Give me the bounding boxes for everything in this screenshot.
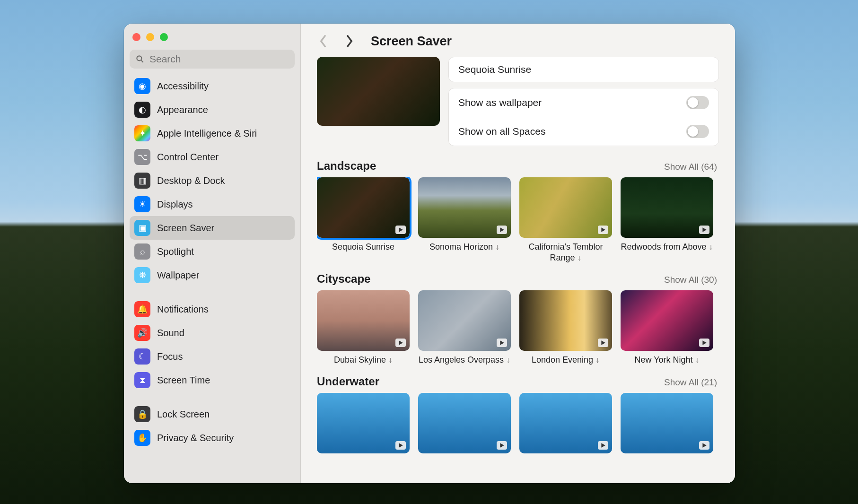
play-icon	[499, 227, 505, 233]
current-options-card: Show as wallpaper Show on all Spaces	[448, 88, 719, 146]
sidebar-item-sound[interactable]: 🔊Sound	[130, 321, 295, 345]
search-input[interactable]	[149, 53, 289, 65]
download-icon: ↓	[595, 355, 600, 365]
thumbnail-label: Redwoods from Above ↓	[621, 242, 713, 252]
screensaver-item[interactable]	[317, 393, 410, 453]
svg-marker-9	[601, 340, 605, 345]
page-title: Screen Saver	[371, 34, 452, 49]
sidebar-item-accessibility[interactable]: ◉Accessibility	[130, 74, 295, 98]
screen-time-icon: ⧗	[134, 372, 150, 388]
screensaver-item[interactable]	[621, 393, 713, 453]
screen-saver-icon: ▣	[134, 220, 150, 236]
svg-line-1	[141, 61, 143, 62]
current-preview[interactable]	[317, 57, 440, 126]
search-field[interactable]	[130, 50, 295, 69]
sidebar-item-label: Privacy & Security	[157, 433, 234, 443]
play-badge	[497, 441, 507, 450]
download-icon: ↓	[695, 355, 700, 365]
screensaver-item[interactable]: California's Temblor Range ↓	[519, 177, 612, 263]
sidebar-item-appearance[interactable]: ◐Appearance	[130, 98, 295, 122]
sidebar-item-screen-time[interactable]: ⧗Screen Time	[130, 368, 295, 392]
sidebar-item-wallpaper[interactable]: ❋Wallpaper	[130, 263, 295, 287]
sidebar-item-label: Desktop & Dock	[157, 175, 225, 186]
back-button[interactable]	[315, 33, 331, 49]
sidebar-item-apple-intelligence-siri[interactable]: ✦Apple Intelligence & Siri	[130, 122, 295, 145]
play-badge	[598, 226, 608, 234]
thumbnail-label: Los Angeles Overpass ↓	[418, 355, 511, 365]
forward-button[interactable]	[341, 33, 358, 49]
svg-marker-13	[500, 443, 504, 448]
screensaver-item[interactable]: Dubai Skyline ↓	[317, 290, 410, 365]
show-all-button[interactable]: Show All (30)	[664, 275, 717, 285]
screensaver-item[interactable]: Sequoia Sunrise	[317, 177, 410, 263]
section-landscape: LandscapeShow All (64)Sequoia SunriseSon…	[317, 159, 719, 263]
thumbnail-label: London Evening ↓	[519, 355, 612, 365]
play-icon	[398, 340, 403, 346]
sidebar-item-desktop-dock[interactable]: ▥Desktop & Dock	[130, 169, 295, 192]
thumbnail[interactable]	[621, 290, 713, 351]
thumbnail[interactable]	[418, 393, 511, 453]
spotlight-icon: ⌕	[134, 243, 150, 260]
thumbnail[interactable]	[519, 177, 612, 238]
sidebar-item-screen-saver[interactable]: ▣Screen Saver	[130, 216, 295, 240]
play-icon	[499, 443, 505, 448]
show-all-button[interactable]: Show All (21)	[664, 377, 717, 388]
sidebar-item-control-center[interactable]: ⌥Control Center	[130, 145, 295, 169]
thumbnail[interactable]	[519, 290, 612, 351]
thumbnail-label: Sequoia Sunrise	[317, 242, 410, 252]
sidebar-item-displays[interactable]: ☀Displays	[130, 192, 295, 216]
thumbnail[interactable]	[621, 393, 713, 453]
screensaver-item[interactable]: London Evening ↓	[519, 290, 612, 365]
section-cityscape: CityscapeShow All (30)Dubai Skyline ↓Los…	[317, 272, 719, 365]
screensaver-item[interactable]: Redwoods from Above ↓	[621, 177, 713, 263]
option-label: Show as wallpaper	[458, 97, 542, 108]
thumbnail-label: Dubai Skyline ↓	[317, 355, 410, 365]
sidebar-item-label: Screen Time	[157, 375, 210, 386]
content-scroll[interactable]: Sequoia Sunrise Show as wallpaper Show o…	[301, 57, 735, 483]
screensaver-item[interactable]: New York Night ↓	[621, 290, 713, 365]
thumbnail[interactable]	[418, 290, 511, 351]
sidebar-item-label: Notifications	[157, 304, 209, 315]
sidebar-item-lock-screen[interactable]: 🔒Lock Screen	[130, 402, 295, 426]
screensaver-item[interactable]	[418, 393, 511, 453]
play-badge	[497, 226, 507, 234]
minimize-button[interactable]	[146, 33, 154, 41]
screensaver-item[interactable]: Los Angeles Overpass ↓	[418, 290, 511, 365]
focus-icon: ☾	[134, 348, 150, 365]
thumbnail[interactable]	[317, 393, 410, 453]
thumbnail[interactable]	[621, 177, 713, 238]
toolbar: Screen Saver	[301, 24, 735, 57]
fullscreen-button[interactable]	[160, 33, 168, 41]
toggle-show-on-all-spaces[interactable]	[686, 125, 709, 138]
sidebar-item-focus[interactable]: ☾Focus	[130, 345, 295, 368]
show-all-button[interactable]: Show All (64)	[664, 162, 717, 172]
thumbnail[interactable]	[418, 177, 511, 238]
section-title: Cityscape	[317, 272, 370, 286]
sidebar-item-label: Control Center	[157, 152, 219, 163]
play-icon	[600, 443, 606, 448]
sidebar-item-privacy-security[interactable]: ✋Privacy & Security	[130, 426, 295, 450]
thumbnail[interactable]	[519, 393, 612, 453]
section-header: CityscapeShow All (30)	[317, 272, 719, 286]
system-settings-window: ◉Accessibility◐Appearance✦Apple Intellig…	[124, 24, 735, 483]
privacy-icon: ✋	[134, 430, 150, 446]
section-underwater: UnderwaterShow All (21)	[317, 375, 719, 453]
thumbnail[interactable]	[317, 290, 410, 351]
play-icon	[701, 227, 707, 233]
screensaver-item[interactable]	[519, 393, 612, 453]
thumbnail[interactable]	[317, 177, 410, 238]
sidebar-item-label: Wallpaper	[157, 270, 199, 281]
download-icon: ↓	[709, 242, 713, 252]
sidebar-item-label: Appearance	[157, 104, 208, 115]
close-button[interactable]	[132, 33, 140, 41]
play-icon	[600, 227, 606, 233]
thumbnail-row: Sequoia SunriseSonoma Horizon ↓Californi…	[317, 177, 719, 263]
displays-icon: ☀	[134, 196, 150, 212]
play-badge	[598, 339, 608, 347]
download-icon: ↓	[578, 253, 582, 262]
toggle-show-as-wallpaper[interactable]	[686, 96, 709, 109]
sidebar-item-spotlight[interactable]: ⌕Spotlight	[130, 240, 295, 263]
sidebar-item-notifications[interactable]: 🔔Notifications	[130, 297, 295, 321]
chevron-left-icon	[318, 35, 328, 48]
screensaver-item[interactable]: Sonoma Horizon ↓	[418, 177, 511, 263]
